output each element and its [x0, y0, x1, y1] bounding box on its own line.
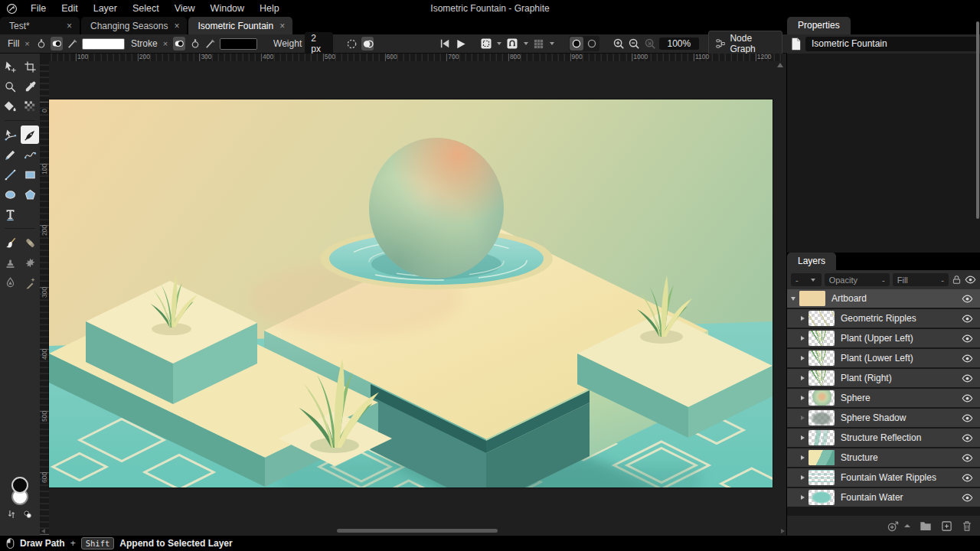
document-name-input[interactable]: Isometric Fountain	[805, 37, 977, 51]
stroke-color-swatch[interactable]	[220, 38, 257, 50]
chevron-right-icon[interactable]	[801, 416, 805, 420]
pen-tool[interactable]	[21, 126, 39, 144]
tab-isometric-fountain[interactable]: Isometric Fountain ×	[188, 17, 292, 34]
node-graph-button[interactable]: Node Graph	[708, 31, 782, 57]
layer-row-structure-reflection[interactable]: Structure Reflection	[787, 429, 980, 447]
layer-visibility-icon[interactable]	[962, 432, 973, 444]
chevron-up-icon[interactable]	[904, 524, 910, 527]
chevron-right-icon[interactable]	[801, 455, 805, 460]
layer-visibility-icon[interactable]	[962, 373, 973, 384]
layer-row-structure[interactable]: Structure	[787, 448, 980, 467]
snapping-options-icon[interactable]	[506, 37, 518, 51]
viewport[interactable]: 100200300400500600700800900100011001200 …	[40, 54, 787, 536]
tab-properties[interactable]: Properties	[787, 17, 851, 34]
select-tool[interactable]	[1, 57, 19, 76]
tab-close-icon[interactable]: ×	[67, 21, 72, 31]
navigate-tool[interactable]	[1, 77, 19, 96]
overlapping-circles-icon[interactable]	[361, 37, 374, 51]
outline-view-icon[interactable]	[585, 37, 599, 51]
tab-changing-seasons[interactable]: Changing Seasons ×	[81, 17, 187, 34]
gradient-tool[interactable]	[21, 97, 39, 116]
delete-layer-icon[interactable]	[962, 520, 972, 532]
visibility-all-icon[interactable]	[965, 274, 976, 285]
opacity-input[interactable]: Opacity -	[825, 273, 890, 286]
layer-row-geometric-ripples[interactable]: Geometric Ripples	[787, 309, 980, 328]
chevron-right-icon[interactable]	[801, 316, 805, 321]
chevron-right-icon[interactable]	[801, 376, 805, 380]
chevron-right-icon[interactable]	[801, 396, 805, 400]
grid-options-icon[interactable]	[533, 37, 545, 51]
chevron-down-icon[interactable]	[791, 297, 795, 301]
chevron-right-icon[interactable]	[801, 336, 805, 341]
stroke-brush-icon[interactable]	[204, 37, 217, 51]
chevron-right-icon[interactable]	[801, 356, 805, 360]
chevron-right-icon[interactable]	[801, 435, 805, 440]
line-tool[interactable]	[1, 165, 19, 184]
chevron-down-icon[interactable]	[550, 42, 554, 45]
lock-icon[interactable]	[952, 275, 962, 285]
layer-row-artboard[interactable]: Artboard	[787, 289, 980, 308]
spline-tool[interactable]	[21, 145, 39, 164]
horizontal-scrollbar[interactable]	[47, 529, 777, 533]
chevron-down-icon[interactable]	[524, 42, 528, 45]
fill-tool[interactable]	[1, 97, 19, 116]
chevron-right-icon[interactable]	[801, 495, 805, 500]
scroll-right-icon[interactable]	[781, 529, 785, 533]
clone-tool[interactable]	[1, 253, 19, 272]
heal-tool[interactable]	[21, 233, 39, 252]
fill-swap-colors-icon[interactable]	[51, 37, 63, 51]
menu-window[interactable]: Window	[203, 0, 252, 17]
scroll-left-icon[interactable]	[41, 529, 45, 533]
move-into-folder-icon[interactable]	[887, 520, 900, 532]
tab-close-icon[interactable]: ×	[279, 21, 285, 31]
fill-opacity-input[interactable]: Fill -	[893, 273, 949, 286]
zoom-in-icon[interactable]	[612, 37, 625, 51]
fill-brush-icon[interactable]	[66, 37, 78, 51]
menu-help[interactable]: Help	[252, 0, 287, 17]
tab-close-icon[interactable]: ×	[174, 21, 179, 31]
horizontal-scrollbar-thumb[interactable]	[337, 529, 498, 533]
text-tool[interactable]	[1, 205, 19, 223]
layer-row-sphere-shadow[interactable]: Sphere Shadow	[787, 409, 980, 427]
relight-tool[interactable]	[1, 273, 19, 292]
chevron-down-icon[interactable]	[497, 42, 501, 45]
layer-visibility-icon[interactable]	[962, 333, 973, 344]
play-icon[interactable]	[455, 37, 467, 51]
weight-input[interactable]: 2 px	[305, 32, 333, 55]
fill-remove-button[interactable]: ×	[24, 39, 29, 48]
layer-visibility-icon[interactable]	[962, 293, 973, 305]
reset-colors-icon[interactable]	[23, 510, 32, 519]
selection-bounds-icon[interactable]	[480, 37, 492, 51]
stroke-remove-button[interactable]: ×	[163, 39, 168, 48]
layer-visibility-icon[interactable]	[962, 472, 973, 484]
tab-test[interactable]: Test* ×	[0, 17, 80, 34]
freehand-tool[interactable]	[1, 145, 19, 164]
eyedropper-tool[interactable]	[21, 77, 39, 96]
zoom-reset-icon[interactable]	[644, 37, 656, 51]
layer-row-plant-upper-left[interactable]: Plant (Upper Left)	[787, 329, 980, 347]
fill-color-swatch[interactable]	[82, 38, 125, 50]
menu-edit[interactable]: Edit	[54, 0, 86, 17]
chevron-right-icon[interactable]	[801, 475, 805, 480]
layer-visibility-icon[interactable]	[962, 393, 973, 404]
ellipse-tool[interactable]	[1, 185, 19, 204]
swap-colors-icon[interactable]	[8, 510, 15, 519]
new-layer-icon[interactable]	[941, 520, 952, 532]
skip-to-start-icon[interactable]	[439, 37, 451, 51]
scroll-up-icon[interactable]	[777, 63, 783, 67]
artboard-tool[interactable]	[21, 57, 39, 76]
menu-view[interactable]: View	[167, 0, 203, 17]
detail-tool[interactable]	[21, 273, 39, 292]
layer-row-plant-lower-left[interactable]: Plant (Lower Left)	[787, 349, 980, 367]
layer-row-sphere[interactable]: Sphere	[787, 389, 980, 407]
layer-visibility-icon[interactable]	[962, 492, 973, 504]
layer-visibility-icon[interactable]	[962, 313, 973, 324]
layer-row-fountain-water-ripples[interactable]: Fountain Water Ripples	[787, 468, 980, 487]
menu-layer[interactable]: Layer	[86, 0, 125, 17]
menu-file[interactable]: File	[23, 0, 54, 17]
brush-tool[interactable]	[1, 233, 19, 252]
blend-mode-select[interactable]: -	[791, 273, 822, 286]
rectangle-tool[interactable]	[21, 165, 39, 184]
new-folder-icon[interactable]	[920, 520, 932, 531]
artboard-canvas[interactable]	[49, 99, 773, 487]
